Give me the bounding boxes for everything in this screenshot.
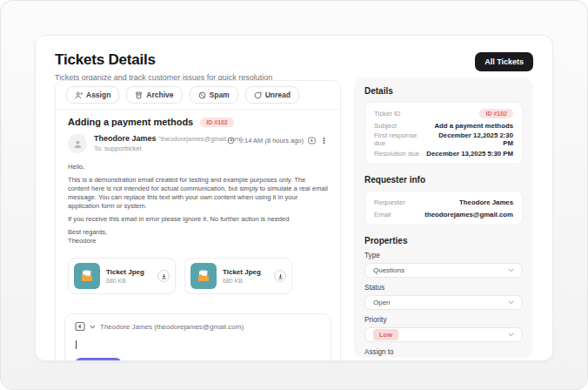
ticket-id-value-badge: ID #102 — [479, 109, 513, 118]
download-button[interactable] — [274, 270, 286, 282]
thread-body: Adding a payment methods ID #102 Theodor… — [56, 110, 340, 294]
email-signoff: Best regards, — [68, 228, 329, 237]
spam-icon — [198, 91, 206, 99]
status-label: Status — [364, 284, 523, 292]
archive-icon — [135, 91, 143, 99]
page-title: Tickets Details — [55, 51, 533, 69]
priority-label: Priority — [364, 316, 523, 324]
assign-to-label: Assign to — [364, 348, 523, 356]
reply-icon[interactable] — [308, 137, 316, 145]
priority-value-badge: Low — [373, 329, 398, 340]
chevron-down-icon[interactable] — [90, 325, 96, 329]
all-tickets-button[interactable]: All Tickets — [475, 52, 533, 71]
reply-composer: Theodore James (theodorejames@gmail.com)… — [64, 313, 331, 361]
download-icon — [277, 273, 284, 279]
attachment-file-icon — [74, 263, 100, 289]
ticket-subject: Adding a payment methods — [68, 117, 193, 127]
clock-icon — [227, 137, 235, 145]
detail-row: Email theodorejames@gmail.com — [374, 208, 513, 220]
detail-label: Subject — [374, 122, 397, 130]
sender-name: Theodore James — [94, 134, 157, 143]
unread-label: Unread — [265, 91, 291, 99]
tickets-details-card: Tickets Details Tickets organize and tra… — [35, 35, 553, 361]
more-options-icon[interactable] — [320, 137, 328, 145]
detail-label: Ticket ID — [374, 110, 400, 118]
attachment-name: Ticket Jpeg — [106, 268, 151, 276]
sender-to: To: supportticket — [94, 145, 227, 152]
attachment-name: Ticket Jpeg — [223, 268, 268, 276]
assign-button[interactable]: Assign — [66, 86, 119, 104]
detail-label: First response due — [374, 131, 429, 147]
attachment-size: 680 KB — [106, 278, 151, 284]
thread-toolbar: Assign Archive Spam Unread — [56, 81, 340, 110]
text-cursor — [76, 340, 77, 349]
email-paragraph: If you receive this email in error pleas… — [68, 215, 329, 224]
detail-row: First response due December 12,2025 2:30… — [374, 131, 513, 147]
details-header: Details — [364, 86, 523, 96]
message-meta: 9:14 AM (8 hours ago) — [227, 134, 328, 145]
spam-button[interactable]: Spam — [190, 86, 238, 104]
detail-value: Add a payment methods — [434, 122, 513, 130]
detail-label: Resolution due — [374, 150, 419, 158]
ticket-id-badge: ID #102 — [200, 118, 234, 127]
attachments-row: Ticket Jpeg 680 KB Ticket Jpeg 680 KB — [68, 258, 328, 294]
chevron-down-icon — [508, 333, 514, 337]
attachment-card[interactable]: Ticket Jpeg 680 KB — [184, 258, 292, 294]
detail-label: Email — [374, 211, 391, 219]
avatar — [68, 134, 87, 153]
detail-row: Requester Theodore James — [374, 196, 513, 208]
detail-label: Requester — [374, 198, 405, 206]
attachment-size: 680 KB — [223, 278, 268, 284]
spam-label: Spam — [210, 91, 230, 99]
requester-card: Requester Theodore James Email theodorej… — [364, 191, 523, 225]
type-value: Questions — [373, 266, 508, 274]
composer-from: Theodore James (theodorejames@gmail.com) — [100, 323, 244, 331]
details-card: Ticket ID ID #102 Subject Add a payment … — [364, 102, 523, 165]
subject-row: Adding a payment methods ID #102 — [68, 117, 328, 127]
detail-value: December 13,2025 5:30 PM — [426, 150, 513, 158]
email-body: Hello, This is a demonstration email cre… — [68, 163, 329, 245]
priority-select[interactable]: Low — [364, 327, 523, 342]
status-value: Open — [373, 299, 508, 306]
properties-header: Properties — [364, 236, 523, 245]
archive-label: Archive — [146, 91, 173, 99]
detail-value: Theodore James — [459, 198, 513, 206]
archive-button[interactable]: Archive — [126, 86, 182, 104]
detail-row: Ticket ID ID #102 — [374, 107, 513, 119]
attachment-file-icon — [190, 263, 217, 289]
download-button[interactable] — [157, 270, 170, 282]
download-icon — [161, 273, 167, 279]
person-icon — [73, 139, 83, 149]
message-timestamp: 9:14 AM (8 hours ago) — [239, 137, 304, 145]
type-label: Type — [364, 252, 523, 259]
details-panel: Details Ticket ID ID #102 Subject Add a … — [354, 77, 533, 358]
assign-label: Assign — [86, 91, 110, 99]
email-signature: Theodore — [68, 237, 329, 245]
chevron-down-icon — [508, 268, 514, 272]
sender-info: Theodore James "theodorejames@gmail.com"… — [94, 134, 227, 152]
chevron-down-icon — [508, 300, 514, 305]
email-thread-card: Assign Archive Spam Unread Adding a paym… — [55, 80, 341, 361]
attachment-card[interactable]: Ticket Jpeg 680 KB — [68, 258, 176, 294]
detail-row: Subject Add a payment methods — [374, 119, 513, 131]
composer-toolbar: Send — [65, 354, 331, 361]
detail-value: December 12,2025 2:30 PM — [429, 131, 513, 147]
reply-all-icon[interactable] — [75, 321, 85, 332]
type-select[interactable]: Questions — [364, 263, 523, 278]
send-button[interactable]: Send — [75, 358, 122, 361]
unread-button[interactable]: Unread — [245, 86, 299, 104]
assign-person-icon — [75, 91, 83, 99]
requester-info-header: Requester info — [364, 175, 523, 185]
status-select[interactable]: Open — [364, 295, 523, 310]
composer-header: Theodore James (theodorejames@gmail.com) — [65, 314, 331, 335]
email-paragraph: This is a demonstration email created fo… — [68, 176, 329, 211]
email-greeting: Hello, — [68, 163, 329, 171]
sender-row: Theodore James "theodorejames@gmail.com"… — [68, 134, 328, 155]
detail-value: theodorejames@gmail.com — [424, 211, 513, 219]
unread-icon — [254, 91, 262, 99]
detail-row: Resolution due December 13,2025 5:30 PM — [374, 147, 513, 159]
composer-textarea[interactable] — [65, 335, 331, 354]
